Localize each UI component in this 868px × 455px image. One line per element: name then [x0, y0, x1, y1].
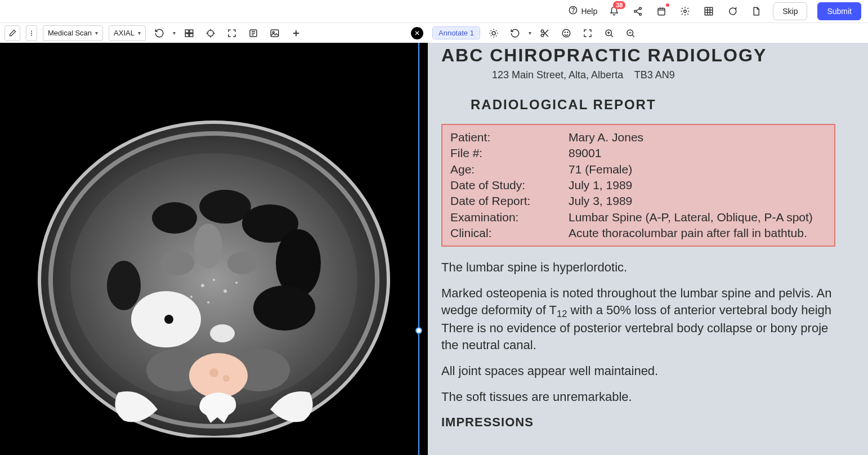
close-icon: ✕	[414, 29, 420, 37]
svg-point-8	[31, 30, 32, 32]
skip-button[interactable]: Skip	[773, 2, 807, 20]
svg-point-6	[684, 10, 687, 12]
svg-point-1	[573, 12, 574, 12]
svg-point-51	[190, 296, 193, 298]
scissors-icon	[540, 28, 550, 38]
help-button[interactable]: Help	[569, 6, 597, 16]
svg-point-38	[160, 251, 194, 275]
svg-point-19	[492, 32, 495, 35]
scan-type-select[interactable]: Medical Scan▾	[43, 25, 103, 41]
svg-point-2	[639, 7, 642, 9]
table-row: Date of Report:July 3, 1989	[450, 193, 826, 209]
notifications-button[interactable]: 38	[607, 5, 621, 18]
document-button[interactable]	[749, 5, 763, 18]
rotate-button-2[interactable]	[507, 25, 523, 41]
settings-button[interactable]	[678, 5, 692, 18]
close-panel-button[interactable]: ✕	[411, 27, 423, 39]
pane-divider-handle[interactable]	[415, 327, 422, 334]
rotate-button[interactable]	[151, 25, 167, 41]
more-button[interactable]	[26, 25, 37, 41]
fullscreen-icon	[227, 28, 237, 38]
chevron-down-icon: ▾	[529, 30, 531, 36]
svg-point-37	[194, 224, 222, 269]
gear-icon	[680, 6, 690, 16]
image-icon	[270, 28, 280, 38]
pane-divider[interactable]	[418, 43, 419, 455]
svg-point-39	[227, 252, 257, 274]
svg-point-35	[107, 261, 141, 310]
table-row: File #:89001	[450, 145, 826, 161]
svg-point-53	[207, 301, 209, 304]
report-viewer[interactable]: ABC CHIROPRACTIC RADIOLOGY 123 Main Stre…	[428, 43, 868, 455]
svg-rect-12	[190, 30, 193, 33]
stack-button[interactable]	[245, 25, 261, 41]
calendar-button[interactable]	[655, 5, 668, 18]
scan-viewer[interactable]	[0, 43, 428, 455]
svg-point-24	[567, 32, 568, 32]
chat-button[interactable]	[726, 5, 739, 18]
svg-point-3	[634, 10, 637, 12]
fit-button[interactable]	[580, 25, 596, 41]
rotate-icon	[510, 28, 520, 38]
grid-icon	[704, 6, 714, 16]
svg-point-41	[164, 315, 173, 324]
ct-image	[34, 77, 394, 438]
brightness-icon	[489, 28, 499, 38]
main-area: ABC CHIROPRACTIC RADIOLOGY 123 Main Stre…	[0, 43, 868, 455]
fullscreen-button[interactable]	[224, 25, 240, 41]
report-para: The lumbar spine is hyperlordotic.	[441, 259, 858, 276]
report-document: ABC CHIROPRACTIC RADIOLOGY 123 Main Stre…	[441, 43, 868, 431]
svg-rect-5	[658, 8, 665, 15]
impressions-heading: IMPRESSIONS	[441, 414, 858, 431]
patient-info-highlight[interactable]: Patient:Mary A. Jones File #:89001 Age:7…	[441, 124, 835, 247]
layout-button[interactable]	[181, 25, 197, 41]
annotate-mode-pill[interactable]: Annotate 1	[432, 26, 480, 39]
table-row: Clinical:Acute thoracolumbar pain after …	[450, 225, 826, 241]
layout-icon	[184, 28, 194, 38]
chevron-down-icon: ▾	[173, 30, 176, 36]
zoom-out-icon	[625, 28, 636, 38]
notification-badge: 38	[613, 1, 625, 9]
svg-point-9	[31, 33, 32, 34]
svg-rect-14	[190, 33, 193, 36]
stack-icon	[248, 28, 258, 38]
svg-point-15	[208, 30, 214, 36]
target-button[interactable]	[203, 25, 218, 41]
report-body: The lumbar spine is hyperlordotic. Marke…	[441, 259, 858, 430]
share-button[interactable]	[631, 5, 645, 18]
chevron-down-icon: ▾	[95, 30, 98, 36]
zoom-in-icon	[604, 28, 614, 38]
zoom-out-button[interactable]	[623, 25, 638, 41]
svg-point-46	[209, 368, 218, 377]
zoom-in-button[interactable]	[601, 25, 617, 41]
rotate-icon	[154, 28, 164, 38]
edit-icon	[8, 29, 17, 37]
svg-rect-17	[271, 30, 279, 37]
report-para: Marked osteopenia is noted throughout th…	[441, 285, 858, 354]
emoji-button[interactable]	[558, 25, 574, 41]
cut-button[interactable]	[537, 25, 553, 41]
calendar-icon	[656, 6, 666, 16]
submit-button[interactable]: Submit	[817, 2, 861, 20]
svg-point-42	[210, 324, 235, 342]
svg-point-36	[253, 286, 315, 331]
view-label: AXIAL	[114, 29, 135, 37]
toolbar: Medical Scan▾ AXIAL▾ ▾ ✕ Annotate 1 ▾	[0, 23, 868, 43]
svg-point-45	[189, 353, 248, 398]
help-icon	[569, 6, 578, 16]
svg-point-52	[235, 282, 238, 284]
add-button[interactable]	[288, 25, 304, 41]
edit-button[interactable]	[5, 25, 20, 41]
grid-view-button[interactable]	[702, 5, 715, 18]
view-select[interactable]: AXIAL▾	[109, 25, 146, 41]
brightness-button[interactable]	[486, 25, 502, 41]
image-button[interactable]	[267, 25, 283, 41]
chat-icon	[727, 6, 737, 16]
fit-icon	[583, 28, 593, 38]
svg-point-47	[223, 375, 230, 382]
toolbar-right: Annotate 1 ▾	[428, 23, 868, 43]
svg-point-31	[152, 202, 197, 234]
alert-dot-icon	[666, 3, 669, 7]
share-icon	[633, 6, 643, 16]
svg-rect-11	[185, 30, 189, 33]
